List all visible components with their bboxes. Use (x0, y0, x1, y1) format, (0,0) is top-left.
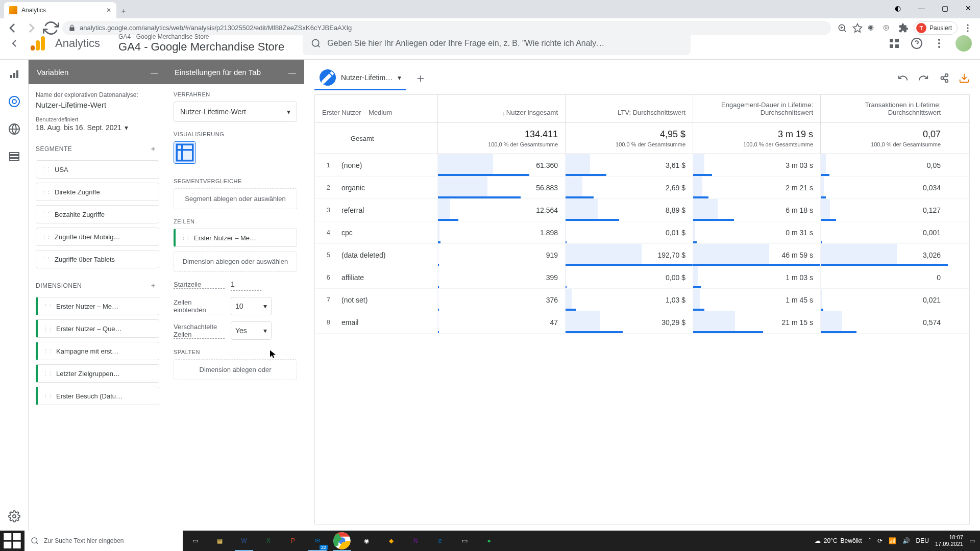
tray-chevron-icon[interactable]: ˄ (868, 537, 871, 544)
segcompare-label: SEGMENTVERGLEICHE (174, 178, 297, 184)
property-selector[interactable]: GA4 - Google Merchandise Store GA4 - Goo… (118, 33, 284, 54)
powerpoint-icon[interactable]: P (281, 531, 305, 551)
table-row[interactable]: 6affiliate3990,00 $1 m 03 s0 (315, 266, 969, 289)
ga-back-button[interactable] (8, 37, 20, 49)
chip[interactable]: ⋮⋮Zugriffe über Mobilg… (36, 228, 159, 246)
nav-admin-icon[interactable] (8, 510, 20, 522)
redo-icon[interactable] (918, 72, 929, 84)
share-icon[interactable] (938, 72, 949, 84)
user-avatar[interactable] (955, 35, 972, 52)
header-actions (888, 35, 972, 52)
table-row[interactable]: 4cpc1.8980,01 $0 m 31 s0,001 (315, 221, 969, 244)
nav-explore-icon[interactable] (8, 95, 20, 108)
chip[interactable]: ⋮⋮Zugriffe über Tablets (36, 250, 159, 268)
col-header-transactions[interactable]: Transaktionen in Lifetime: Durchschnitts… (820, 95, 948, 122)
collapse-icon[interactable]: — (151, 68, 158, 77)
close-tab-icon[interactable]: ✕ (106, 7, 111, 14)
canvas-tab[interactable]: Nutzer-Lifetim… ▾ (314, 66, 406, 90)
tab-settings-title: Einstellungen für den Tab (175, 68, 261, 77)
chip[interactable]: ⋮⋮Direkte Zugriffe (36, 183, 159, 201)
word-icon[interactable]: W (232, 531, 256, 551)
back-button[interactable] (4, 20, 20, 36)
volume-icon[interactable]: 🔊 (902, 537, 910, 544)
chip[interactable]: ⋮⋮Erster Besuch (Datu… (36, 387, 159, 405)
col-header-ltv[interactable]: LTV: Durchschnittswert (565, 95, 693, 122)
onenote-icon[interactable]: N (403, 531, 428, 551)
clock[interactable]: 18:07 17.09.2021 (935, 534, 963, 547)
chip[interactable]: ⋮⋮Bezahlte Zugriffe (36, 205, 159, 223)
viz-label: VISUALISIERUNG (174, 131, 297, 137)
excel-icon[interactable]: X (256, 531, 281, 551)
undo-icon[interactable] (897, 72, 909, 84)
table-row[interactable]: 3referral12.5648,89 $6 m 18 s0,127 (315, 199, 969, 221)
rows-drop-zone[interactable]: Dimension ablegen oder auswählen (174, 251, 297, 272)
nested-rows-select[interactable]: Yes▾ (231, 321, 272, 340)
profile-chip[interactable]: T Pausiert (914, 21, 958, 35)
app-icon[interactable]: ◆ (379, 531, 403, 551)
col-header-engagement[interactable]: Engagement-Dauer in Lifetime: Durchschni… (693, 95, 820, 122)
start-button[interactable] (0, 531, 24, 551)
date-range-picker[interactable]: Benutzerdefiniert 18. Aug. bis 16. Sept.… (36, 116, 159, 132)
chevron-down-icon[interactable]: ▾ (398, 73, 401, 82)
collapse-icon[interactable]: — (288, 68, 296, 77)
window-controls: ◐ — ▢ ✕ (886, 0, 980, 16)
notepad-icon[interactable]: ▭ (452, 531, 477, 551)
download-icon[interactable] (959, 72, 970, 84)
viz-table-button[interactable] (174, 141, 196, 164)
sync-icon[interactable]: ⟳ (877, 537, 883, 544)
row-chip[interactable]: ⋮⋮ Erster Nutzer – Me… (174, 229, 297, 247)
add-dimension-button[interactable]: ＋ (147, 280, 159, 292)
language-indicator[interactable]: DEU (916, 537, 929, 544)
extensions-puzzle-icon[interactable] (898, 23, 909, 33)
weather-widget[interactable]: ☁ 20°C Bewölkt (815, 537, 862, 544)
kebab-menu-icon[interactable] (933, 37, 945, 49)
cols-drop-zone[interactable]: Dimension ablegen oder (174, 359, 297, 380)
maximize-button[interactable]: ▢ (933, 0, 957, 16)
start-row-input[interactable]: 1 (231, 278, 261, 291)
verfahren-select[interactable]: Nutzer-Lifetime-Wert ▾ (174, 102, 297, 122)
nav-advertising-icon[interactable] (8, 123, 20, 135)
minimize-button[interactable]: — (910, 0, 933, 16)
nav-reports-icon[interactable] (8, 68, 20, 80)
extension2-icon[interactable]: ◎ (883, 23, 893, 33)
forward-button[interactable] (23, 20, 40, 36)
table-row[interactable]: 2organic56.8832,69 $2 m 21 s0,034 (315, 177, 969, 199)
table-row[interactable]: 1(none)61.3603,61 $3 m 03 s0,05 (315, 154, 969, 177)
table-row[interactable]: 8email4730,29 $21 m 15 s0,574 (315, 311, 969, 334)
add-segment-button[interactable]: ＋ (147, 143, 159, 155)
chip[interactable]: ⋮⋮USA (36, 160, 159, 179)
zoom-icon[interactable] (837, 23, 847, 33)
nav-configure-icon[interactable] (8, 151, 20, 163)
show-rows-select[interactable]: 10▾ (231, 297, 272, 315)
analysis-name[interactable]: Nutzer-Lifetime-Wert (36, 101, 159, 109)
col-header-dimension[interactable]: Erster Nutzer – Medium (315, 95, 437, 122)
table-row[interactable]: 5(data deleted)919192,70 $46 m 59 s3,026 (315, 244, 969, 266)
close-window-button[interactable]: ✕ (957, 0, 980, 16)
new-tab-button[interactable]: ＋ (116, 4, 131, 18)
diamond-icon[interactable] (888, 37, 900, 49)
spotify-icon[interactable]: ● (477, 531, 501, 551)
chip[interactable]: ⋮⋮Letzter Zielgruppen… (36, 364, 159, 383)
obs-icon[interactable]: ◉ (354, 531, 379, 551)
chip[interactable]: ⋮⋮Erster Nutzer – Me… (36, 297, 159, 315)
table-row[interactable]: 7(not set)3761,03 $1 m 45 s0,021 (315, 289, 969, 311)
browser-tab[interactable]: Analytics ✕ (4, 2, 116, 18)
search-bar[interactable]: Geben Sie hier Ihr Anliegen oder Ihre Fr… (303, 32, 691, 55)
segment-drop-zone[interactable]: Segment ablegen oder auswählen (174, 188, 297, 209)
add-tab-button[interactable]: ＋ (411, 69, 430, 87)
chrome-icon[interactable] (330, 531, 354, 551)
task-view-icon[interactable]: ▭ (183, 531, 207, 551)
notification-icon[interactable]: ▭ (969, 537, 975, 544)
mail-icon[interactable]: ✉22 (305, 531, 330, 551)
star-icon[interactable] (852, 23, 863, 33)
wifi-icon[interactable]: 📶 (889, 537, 896, 544)
explorer-icon[interactable]: ▦ (207, 531, 232, 551)
help-icon[interactable] (911, 37, 923, 49)
menu-icon[interactable] (963, 23, 973, 33)
taskbar-search[interactable]: Zur Suche Text hier eingeben (24, 531, 183, 551)
extension1-icon[interactable]: ◉ (868, 23, 878, 33)
chip[interactable]: ⋮⋮Erster Nutzer – Que… (36, 319, 159, 338)
edge-icon[interactable]: e (428, 531, 452, 551)
col-header-users[interactable]: ↓Nutzer insgesamt (437, 95, 565, 122)
chip[interactable]: ⋮⋮Kampagne mit erst… (36, 342, 159, 360)
